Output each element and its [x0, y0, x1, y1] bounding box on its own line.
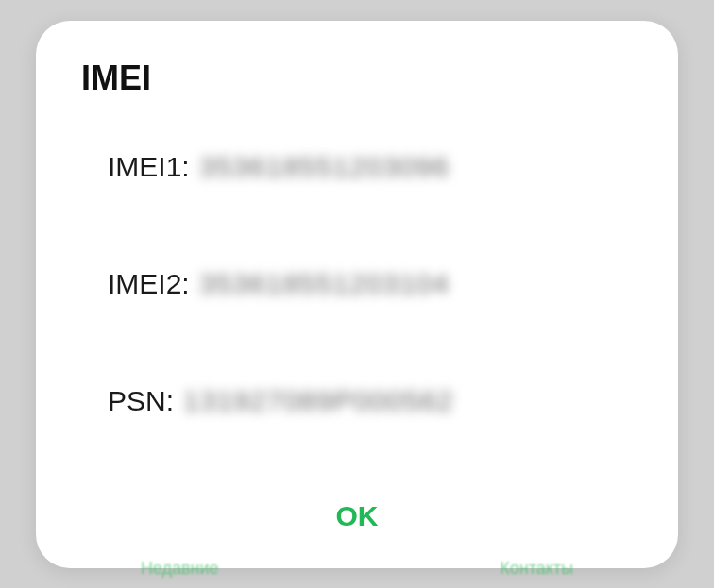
ok-button[interactable]: OK	[308, 491, 407, 542]
psn-row: PSN: 131927089P000562	[108, 385, 633, 417]
imei1-label: IMEI1:	[108, 151, 190, 183]
imei2-label: IMEI2:	[108, 268, 190, 300]
imei2-row: IMEI2: 353618551203104	[108, 268, 633, 300]
psn-value: 131927089P000562	[183, 385, 453, 417]
dialog-title: IMEI	[81, 59, 633, 98]
imei1-value: 353618551203096	[199, 151, 450, 183]
imei-dialog: IMEI IMEI1: 353618551203096 IMEI2: 35361…	[36, 21, 678, 568]
imei1-row: IMEI1: 353618551203096	[108, 151, 633, 183]
bg-tab-recent: Недавние	[141, 559, 219, 579]
imei2-value: 353618551203104	[199, 268, 450, 300]
psn-label: PSN:	[108, 385, 174, 417]
info-list: IMEI1: 353618551203096 IMEI2: 3536185512…	[81, 151, 633, 472]
background-tabs: Недавние Контакты	[0, 559, 714, 579]
bg-tab-contacts: Контакты	[500, 559, 573, 579]
